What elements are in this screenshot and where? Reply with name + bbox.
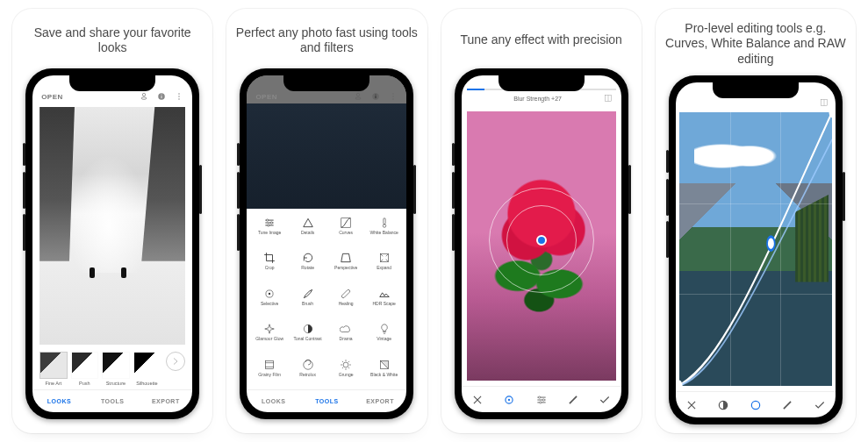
tool-tonal-contrast[interactable]: Tonal Contrast xyxy=(289,320,327,353)
film-icon xyxy=(263,359,276,371)
look-item[interactable]: Fine Art xyxy=(39,352,68,387)
tool-label: Grainy Film xyxy=(258,373,281,378)
caption: Save and share your favorite looks xyxy=(21,21,204,60)
tool-perspective[interactable]: Perspective xyxy=(326,249,365,282)
look-item[interactable]: Silhouette xyxy=(133,352,161,387)
tool-rotate[interactable]: Rotate xyxy=(289,249,327,282)
tab-tools[interactable]: TOOLS xyxy=(86,398,140,404)
channel-selector-button[interactable] xyxy=(749,398,763,412)
tool-label: Drama xyxy=(340,337,353,342)
sparkle-icon xyxy=(263,323,276,335)
device-frame: OPEN Fine Art Push Structure Silhouette … xyxy=(25,68,199,419)
tool-hdr-scape[interactable]: HDR Scape xyxy=(365,285,404,318)
apply-button[interactable] xyxy=(813,398,827,412)
svg-point-36 xyxy=(539,401,541,403)
tool-retrolux[interactable]: Retrolux xyxy=(289,356,327,389)
tool-glamour-glow[interactable]: Glamour Glow xyxy=(250,320,289,353)
tool-label: Tonal Contrast xyxy=(294,337,322,342)
caption: Perfect any photo fast using tools and f… xyxy=(235,21,418,60)
svg-point-24 xyxy=(269,293,270,295)
tool-crop[interactable]: Crop xyxy=(250,249,289,282)
expand-icon xyxy=(378,252,391,264)
more-icon[interactable] xyxy=(175,92,183,101)
target-icon xyxy=(263,288,276,300)
look-label: Silhouette xyxy=(136,381,157,386)
tab-looks[interactable]: LOOKS xyxy=(32,398,86,404)
tool-black-white[interactable]: Black & White xyxy=(365,356,404,389)
thermometer-icon xyxy=(378,217,391,229)
look-item[interactable]: Structure xyxy=(102,352,130,387)
info-icon[interactable] xyxy=(371,92,380,101)
apply-button[interactable] xyxy=(598,393,612,407)
svg-point-38 xyxy=(679,381,682,386)
landscape-icon xyxy=(378,288,391,300)
look-label: Structure xyxy=(106,381,126,386)
presets-button[interactable] xyxy=(780,398,794,412)
info-icon[interactable] xyxy=(157,92,166,101)
tool-grainy-film[interactable]: Grainy Film xyxy=(250,356,289,389)
splat-icon xyxy=(340,359,352,371)
more-looks-button[interactable] xyxy=(166,352,185,371)
svg-rect-20 xyxy=(383,218,384,225)
channel-luminance-button[interactable] xyxy=(716,398,730,412)
svg-point-9 xyxy=(355,97,361,100)
tool-tune-image[interactable]: Tune Image xyxy=(250,214,289,247)
tool-white-balance[interactable]: White Balance xyxy=(365,214,404,247)
device-notch xyxy=(283,75,369,91)
preview-image[interactable] xyxy=(39,107,185,345)
tool-expand[interactable]: Expand xyxy=(365,249,404,282)
curves-overlay[interactable] xyxy=(679,112,832,386)
cancel-button[interactable] xyxy=(470,393,484,407)
cancel-button[interactable] xyxy=(685,398,699,412)
preview-image[interactable] xyxy=(467,111,616,381)
tool-vintage[interactable]: Vintage xyxy=(365,320,404,353)
tool-selective[interactable]: Selective xyxy=(250,285,289,318)
open-button[interactable]: OPEN xyxy=(41,93,63,101)
tool-healing[interactable]: Healing xyxy=(326,285,365,318)
tool-label: Curves xyxy=(339,231,353,236)
tool-brush[interactable]: Brush xyxy=(289,285,327,318)
stack-icon[interactable] xyxy=(354,92,362,101)
more-icon[interactable] xyxy=(389,92,398,101)
tool-label: Crop xyxy=(265,266,275,271)
tab-export[interactable]: EXPORT xyxy=(354,398,407,404)
transition-button[interactable] xyxy=(566,393,580,407)
svg-point-42 xyxy=(751,401,759,409)
open-button[interactable]: OPEN xyxy=(255,93,277,101)
tab-tools[interactable]: TOOLS xyxy=(300,398,354,404)
crop-icon xyxy=(263,252,276,264)
bulb-icon xyxy=(378,323,391,335)
device-frame: OPEN Tune Image Details Curves White Bal… xyxy=(240,68,413,419)
device-frame xyxy=(669,75,843,424)
compare-icon[interactable] xyxy=(604,94,613,103)
tab-looks[interactable]: LOOKS xyxy=(247,398,300,404)
tab-export[interactable]: EXPORT xyxy=(139,398,192,404)
stack-icon[interactable] xyxy=(140,92,148,101)
svg-point-18 xyxy=(268,225,269,226)
tool-details[interactable]: Details xyxy=(289,214,327,247)
preview-image[interactable] xyxy=(679,112,832,386)
device-notch xyxy=(499,75,585,91)
tools-grid: Tune Image Details Curves White Balance … xyxy=(247,209,406,389)
promo-card-looks: Save and share your favorite looks OPEN … xyxy=(12,9,212,433)
look-label: Fine Art xyxy=(45,381,61,386)
bottom-tabs: LOOKS TOOLS EXPORT xyxy=(247,389,406,412)
focus-point-handle[interactable] xyxy=(536,235,547,246)
device-notch xyxy=(69,75,155,91)
tool-label: HDR Scape xyxy=(372,302,395,307)
contrast-icon xyxy=(302,323,314,335)
tool-label: Brush xyxy=(302,302,313,307)
look-item[interactable]: Push xyxy=(71,352,99,387)
tool-grunge[interactable]: Grunge xyxy=(326,356,365,389)
dimmed-preview xyxy=(247,103,406,209)
shape-button[interactable] xyxy=(502,393,516,407)
compare-icon[interactable] xyxy=(820,98,829,107)
triangle-icon xyxy=(302,217,314,229)
look-label: Push xyxy=(79,381,90,386)
sliders-icon xyxy=(263,217,276,229)
svg-point-21 xyxy=(383,225,386,228)
tool-curves[interactable]: Curves xyxy=(326,214,365,247)
tool-label: Rotate xyxy=(301,266,314,271)
adjust-button[interactable] xyxy=(534,393,549,407)
tool-drama[interactable]: Drama xyxy=(326,320,365,353)
